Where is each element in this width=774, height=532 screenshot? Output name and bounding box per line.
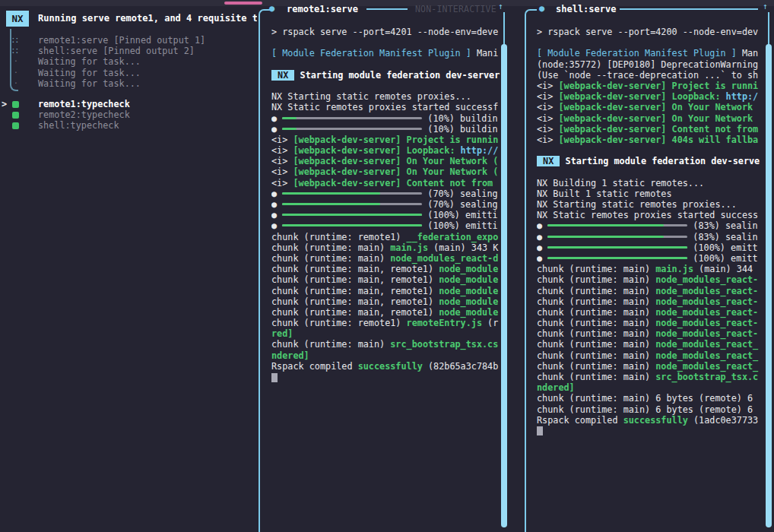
progress-bar <box>547 236 687 238</box>
terminal-line: [ Module Federation Manifest Plugin ] Ma… <box>537 48 763 59</box>
terminal-text: http:// <box>461 145 499 156</box>
scrollbar-thumb[interactable] <box>766 44 772 527</box>
progress-label: (10%) buildin <box>422 124 497 135</box>
task-row[interactable]: ·Waiting for task... <box>0 56 257 67</box>
task-label: Waiting for task... <box>38 68 141 78</box>
task-row[interactable]: ∷remote1:serve [Pinned output 1] <box>0 35 257 46</box>
terminal-line: chunk (runtime: remote1) __federation_ex… <box>271 232 500 242</box>
task-label: remote2:typecheck <box>38 109 130 120</box>
terminal-text: ndered] <box>537 382 575 393</box>
terminal-text: chunk (runtime: main) <box>537 328 655 339</box>
progress-bar <box>282 128 422 130</box>
terminal-line: chunk (runtime: main) node_modules_react… <box>537 286 763 296</box>
task-row[interactable]: shell:typecheck <box>0 120 257 131</box>
progress-line: ● (83%) sealin <box>537 232 763 242</box>
blank-line <box>537 166 763 177</box>
progress-bullet-icon: ● <box>271 199 282 210</box>
progress-fill <box>282 214 422 216</box>
terminal-line: chunk (runtime: main, remote1) node_modu… <box>271 274 500 285</box>
terminal-text: <i> <box>537 91 558 102</box>
terminal-text: (Use `node --trace-deprecation ...` to s… <box>537 70 758 81</box>
progress-bullet-icon: ● <box>537 220 547 231</box>
terminal-text: chunk (runtime: main) <box>537 361 655 372</box>
block-cursor <box>271 373 278 382</box>
terminal-line: <i> [webpack-dev-server] Content not fro… <box>537 124 763 135</box>
nx-badge-line: NX Starting module federation dev-server <box>271 70 500 81</box>
nx-inline-badge: NX <box>271 70 294 81</box>
terminal-text: NX Starting static remotes proxies... <box>271 91 471 102</box>
terminal-text: src_bootstrap_tsx.cs <box>390 339 498 350</box>
terminal-line: <i> [webpack-dev-server] On Your Network <box>537 113 763 124</box>
spinner-icon: ∷ <box>12 46 18 56</box>
terminal-line: chunk (runtime: main) node_modules_react… <box>537 296 763 307</box>
progress-bullet-icon: ● <box>537 232 547 242</box>
progress-line: ● (83%) sealin <box>537 220 763 231</box>
task-row[interactable]: ∷shell:serve [Pinned output 2] <box>0 46 257 56</box>
terminal-line: <i> [webpack-dev-server] Loopback: http:… <box>537 91 763 102</box>
progress-fill <box>547 236 664 238</box>
terminal-text: <i> <box>537 124 558 135</box>
progress-bar <box>282 117 422 119</box>
progress-bullet-icon: ● <box>537 242 547 253</box>
waiting-dot-icon: · <box>14 68 17 78</box>
progress-bar <box>547 257 687 259</box>
terminal-text: chunk (runtime: main, remote1) <box>271 296 439 307</box>
terminal-line: chunk (runtime: main) node_modules_react… <box>537 350 763 361</box>
terminal-text: chunk (runtime: main, remote1) <box>271 286 439 296</box>
terminal-text: NX Static remotes proxies started succes… <box>537 210 758 220</box>
terminal-text: src_bootstrap_tsx.c <box>655 372 758 382</box>
terminal-line: (node:35772) [DEP0180] DeprecationWarnin… <box>537 59 763 70</box>
terminal-line: <i> [webpack-dev-server] 404s will fallb… <box>537 135 763 145</box>
terminal-line: chunk (runtime: main) 6 bytes (remote) 6 <box>537 393 763 404</box>
progress-label: (100%) emitt <box>687 242 757 253</box>
task-row[interactable]: ·Waiting for task... <box>0 68 257 78</box>
task-list-panel: NX Running serve remote1, and 4 requisit… <box>0 6 257 532</box>
progress-bullet-icon: ● <box>271 113 282 124</box>
terminal-text: <i> <box>271 145 293 156</box>
terminal-text: node_modules_react_ <box>655 361 758 372</box>
task-label: remote1:serve [Pinned output 1] <box>38 35 205 46</box>
terminal-text: red] <box>271 328 293 339</box>
task-row[interactable]: >remote1:typecheck <box>0 99 257 109</box>
terminal-line: chunk (runtime: main) node_modules_react… <box>537 328 763 339</box>
cursor-line <box>271 372 500 382</box>
success-square-icon <box>12 112 19 119</box>
task-label: Waiting for task... <box>38 78 141 89</box>
nx-logo-badge: NX <box>6 11 29 27</box>
terminal-text: chunk (runtime: main) <box>537 350 655 361</box>
task-row[interactable]: remote2:typecheck <box>0 109 257 120</box>
progress-fill <box>282 128 296 130</box>
pane-title-remote1-serve[interactable]: remote1:serve <box>287 4 358 14</box>
progress-line: ● (100%) emitt <box>537 242 763 253</box>
nx-badge-line: NX Starting module federation dev-serve <box>537 156 763 166</box>
scroll-up-icon[interactable]: ↑ <box>763 2 768 11</box>
terminal-text: Mani <box>471 48 499 59</box>
task-row[interactable]: ·Waiting for task... <box>0 78 257 89</box>
terminal-line: <i> [webpack-dev-server] On Your Network… <box>271 156 500 166</box>
terminal-text: __federation_expo <box>407 232 499 242</box>
terminal-line: <i> [webpack-dev-server] Project is runn… <box>537 81 763 91</box>
selection-cursor: > <box>2 99 7 109</box>
scroll-up-icon[interactable]: ↑ <box>498 2 503 11</box>
terminal-line: <i> [webpack-dev-server] Loopback: http:… <box>271 145 500 156</box>
progress-label: (70%) sealing <box>422 188 497 199</box>
window-topbar <box>0 0 774 6</box>
terminal-line: NX Static remotes proxies started succes… <box>537 210 763 220</box>
terminal-text: [webpack-dev-server] Loopback: <box>293 145 460 156</box>
terminal-text: [ Module Federation Manifest Plugin ] <box>537 48 737 59</box>
pane-title-shell-serve[interactable]: shell:serve <box>556 4 616 14</box>
scrollbar-thumb[interactable] <box>501 44 507 527</box>
terminal-text: node_module <box>439 307 498 318</box>
terminal-text: [webpack-dev-server] Project is runni <box>558 81 758 91</box>
header-rule <box>620 8 758 10</box>
cursor-line <box>537 426 763 436</box>
progress-fill <box>282 117 296 119</box>
nx-terminal-ui: NX Running serve remote1, and 4 requisit… <box>0 0 774 532</box>
terminal-text: (main) 344 <box>693 264 753 274</box>
progress-bullet-icon: ● <box>271 188 282 199</box>
terminal-output-remote1: > rspack serve --port=4201 --node-env=de… <box>271 27 500 528</box>
non-interactive-label: NON-INTERACTIVE <box>415 4 496 14</box>
terminal-text: [webpack-dev-server] On Your Network <box>558 113 753 124</box>
block-cursor <box>537 426 543 435</box>
progress-bar <box>282 224 422 226</box>
